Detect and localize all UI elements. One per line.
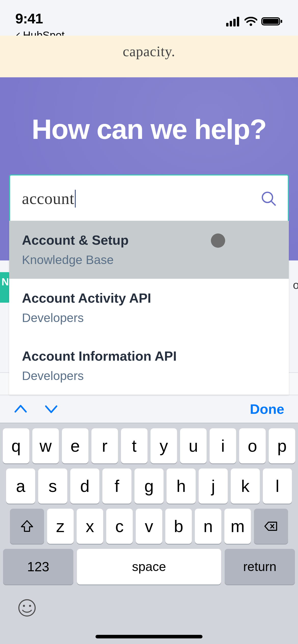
svg-rect-2: [233, 19, 236, 26]
cellular-icon: [226, 16, 240, 26]
key-a[interactable]: a: [6, 469, 35, 504]
suggestion-title: Account Activity API: [22, 290, 276, 306]
svg-rect-0: [226, 23, 228, 26]
key-w[interactable]: w: [32, 428, 59, 463]
keyboard-accessory: Done: [0, 395, 298, 423]
key-z[interactable]: z: [47, 509, 74, 544]
suggestion-title: Account Information API: [22, 348, 276, 364]
suggestion-item[interactable]: Account Activity API Developers: [9, 279, 289, 337]
search-value: account: [22, 189, 74, 208]
svg-point-13: [19, 600, 35, 616]
status-time: 9:41: [15, 10, 64, 27]
key-i[interactable]: i: [210, 428, 236, 463]
battery-icon: [261, 16, 283, 26]
key-j[interactable]: j: [199, 469, 228, 504]
backspace-key[interactable]: [254, 509, 288, 544]
return-key[interactable]: return: [225, 549, 295, 584]
prev-field-button[interactable]: [14, 402, 28, 416]
svg-point-4: [250, 23, 252, 26]
space-key[interactable]: space: [77, 549, 221, 584]
svg-point-15: [29, 605, 31, 607]
svg-rect-3: [237, 17, 239, 26]
done-button[interactable]: Done: [250, 401, 284, 417]
svg-line-9: [272, 201, 276, 206]
key-n[interactable]: n: [195, 509, 221, 544]
key-h[interactable]: h: [167, 469, 196, 504]
search-box[interactable]: account: [9, 174, 289, 223]
shift-icon: [20, 519, 34, 533]
key-u[interactable]: u: [180, 428, 207, 463]
numbers-key[interactable]: 123: [3, 549, 73, 584]
key-q[interactable]: q: [3, 428, 29, 463]
emoji-key[interactable]: [17, 598, 37, 619]
key-b[interactable]: b: [165, 509, 192, 544]
key-r[interactable]: r: [91, 428, 118, 463]
key-c[interactable]: c: [106, 509, 133, 544]
search-suggestions: Account & Setup Knowledge Base Account A…: [9, 221, 289, 395]
key-t[interactable]: t: [121, 428, 147, 463]
key-l[interactable]: l: [263, 469, 292, 504]
key-p[interactable]: p: [269, 428, 295, 463]
search-button[interactable]: [260, 190, 278, 208]
svg-point-8: [262, 192, 273, 202]
suggestion-subtitle: Developers: [22, 369, 276, 383]
side-cut-text: o: [293, 279, 298, 289]
touch-indicator-icon: [211, 233, 225, 248]
svg-rect-1: [230, 21, 232, 26]
key-k[interactable]: k: [231, 469, 260, 504]
shift-key[interactable]: [10, 509, 44, 544]
key-f[interactable]: f: [102, 469, 131, 504]
key-v[interactable]: v: [136, 509, 162, 544]
search-icon: [261, 191, 277, 207]
key-y[interactable]: y: [151, 428, 177, 463]
suggestion-subtitle: Knowledge Base: [22, 253, 276, 267]
chevron-down-icon: [44, 402, 58, 416]
suggestion-title: Account & Setup: [22, 232, 276, 248]
notice-banner: capacity.: [0, 36, 298, 77]
backspace-icon: [264, 519, 278, 533]
key-x[interactable]: x: [77, 509, 103, 544]
text-caret: [75, 190, 76, 208]
side-tab[interactable]: N: [0, 272, 10, 303]
key-s[interactable]: s: [38, 469, 67, 504]
wifi-icon: [245, 16, 257, 26]
suggestion-item[interactable]: Account Information API Developers: [9, 337, 289, 395]
chevron-up-icon: [14, 402, 28, 416]
suggestion-item[interactable]: Account & Setup Knowledge Base: [9, 221, 289, 279]
key-m[interactable]: m: [224, 509, 251, 544]
key-g[interactable]: g: [134, 469, 164, 504]
key-o[interactable]: o: [239, 428, 266, 463]
suggestion-subtitle: Developers: [22, 311, 276, 325]
search-input[interactable]: account: [22, 189, 260, 208]
status-bar: 9:41 HubSpot: [0, 0, 298, 36]
key-d[interactable]: d: [70, 469, 99, 504]
home-indicator[interactable]: [96, 635, 202, 638]
emoji-icon: [17, 598, 37, 618]
svg-rect-6: [263, 19, 279, 24]
notice-text: capacity.: [13, 43, 285, 60]
keyboard: qwertyuiop asdfghjkl zxcvbnm 123 space r…: [0, 423, 298, 644]
hero-title: How can we help?: [10, 113, 288, 145]
svg-point-14: [23, 605, 25, 607]
next-field-button[interactable]: [44, 402, 58, 416]
key-e[interactable]: e: [62, 428, 88, 463]
svg-rect-7: [281, 20, 282, 23]
